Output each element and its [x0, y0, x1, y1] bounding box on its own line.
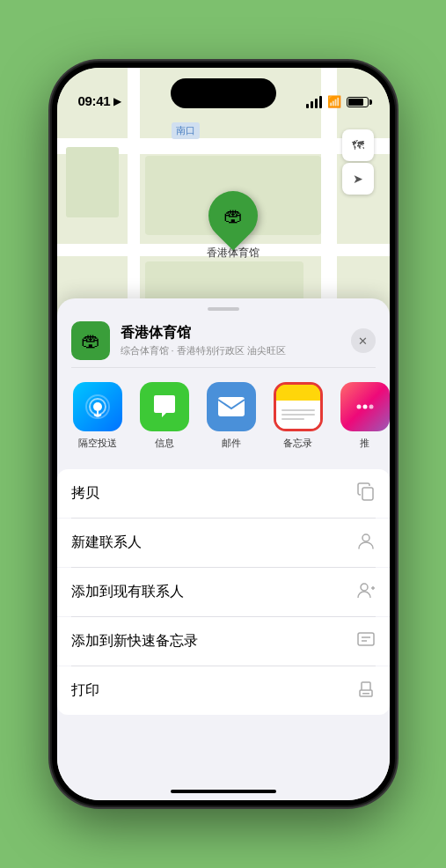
- actions-group: 拷贝 新建联系人: [57, 469, 390, 715]
- status-icons: 📶: [306, 95, 369, 108]
- share-row: 隔空投送 信息: [57, 368, 390, 460]
- map-controls: 🗺 ➤: [342, 129, 374, 195]
- new-contact-icon: [356, 531, 376, 555]
- svg-rect-19: [362, 693, 369, 695]
- bottom-sheet: 🏟 香港体育馆 综合体育馆 · 香港特别行政区 油尖旺区 ✕: [57, 298, 390, 800]
- share-item-notes[interactable]: 备忘录: [268, 382, 328, 450]
- location-icon: ▶: [113, 95, 121, 107]
- print-icon: [356, 679, 376, 702]
- share-item-airdrop[interactable]: 隔空投送: [68, 382, 128, 450]
- sheet-header: 🏟 香港体育馆 综合体育馆 · 香港特别行政区 油尖旺区 ✕: [57, 311, 390, 367]
- action-new-contact[interactable]: 新建联系人: [57, 519, 390, 567]
- map-layers-button[interactable]: 🗺: [342, 129, 374, 161]
- svg-point-12: [361, 584, 368, 591]
- print-label: 打印: [71, 681, 99, 700]
- phone-screen: 09:41 ▶ 📶: [57, 68, 390, 800]
- phone-frame: 09:41 ▶ 📶: [52, 63, 395, 805]
- mail-icon: [207, 382, 256, 431]
- close-button[interactable]: ✕: [351, 328, 376, 353]
- notes-icon: [274, 382, 323, 431]
- messages-label: 信息: [155, 437, 174, 450]
- venue-info: 香港体育馆 综合体育馆 · 香港特别行政区 油尖旺区: [121, 324, 340, 357]
- map-entrance-label: 南口: [172, 122, 200, 139]
- action-print[interactable]: 打印: [57, 666, 390, 715]
- action-quick-notes[interactable]: 添加到新快速备忘录: [57, 617, 390, 666]
- share-item-messages[interactable]: 信息: [135, 382, 194, 450]
- svg-point-0: [93, 402, 102, 411]
- signal-bars: [306, 96, 322, 108]
- map-block3: [66, 147, 119, 217]
- dynamic-island: [171, 78, 276, 108]
- svg-rect-15: [358, 633, 374, 645]
- action-copy[interactable]: 拷贝: [57, 469, 390, 518]
- location-pin: 🏟 香港体育馆: [207, 191, 260, 261]
- add-contact-label: 添加到现有联系人: [71, 583, 184, 601]
- pin-inner: 🏟: [223, 204, 243, 227]
- new-contact-label: 新建联系人: [71, 533, 142, 552]
- messages-icon: [140, 382, 189, 431]
- venue-name: 香港体育馆: [121, 324, 340, 342]
- mail-label: 邮件: [222, 437, 241, 450]
- quick-notes-label: 添加到新快速备忘录: [71, 632, 198, 651]
- wifi-icon: 📶: [327, 95, 341, 108]
- status-time: 09:41: [78, 93, 111, 108]
- svg-rect-10: [362, 488, 373, 500]
- copy-icon: [356, 482, 376, 505]
- copy-label: 拷贝: [71, 484, 99, 503]
- venue-icon: 🏟: [71, 321, 110, 360]
- map-location-button[interactable]: ➤: [342, 163, 374, 195]
- share-item-mail[interactable]: 邮件: [201, 382, 261, 450]
- venue-desc: 综合体育馆 · 香港特别行政区 油尖旺区: [121, 344, 340, 357]
- action-add-contact[interactable]: 添加到现有联系人: [57, 568, 390, 616]
- more-label: 推: [360, 437, 369, 450]
- more-icon: [340, 382, 390, 431]
- quick-notes-icon: [356, 629, 376, 653]
- svg-point-8: [362, 405, 367, 409]
- notes-label: 备忘录: [283, 437, 312, 450]
- svg-point-9: [369, 405, 373, 409]
- pin-circle: 🏟: [198, 180, 267, 250]
- home-indicator: [171, 790, 276, 793]
- svg-point-7: [356, 405, 361, 409]
- share-item-more[interactable]: 推: [335, 382, 390, 450]
- svg-rect-6: [218, 397, 245, 416]
- airdrop-label: 隔空投送: [78, 437, 117, 450]
- add-contact-icon: [356, 580, 376, 604]
- svg-point-11: [362, 534, 369, 541]
- battery-icon: [347, 97, 369, 107]
- airdrop-icon: [73, 382, 122, 431]
